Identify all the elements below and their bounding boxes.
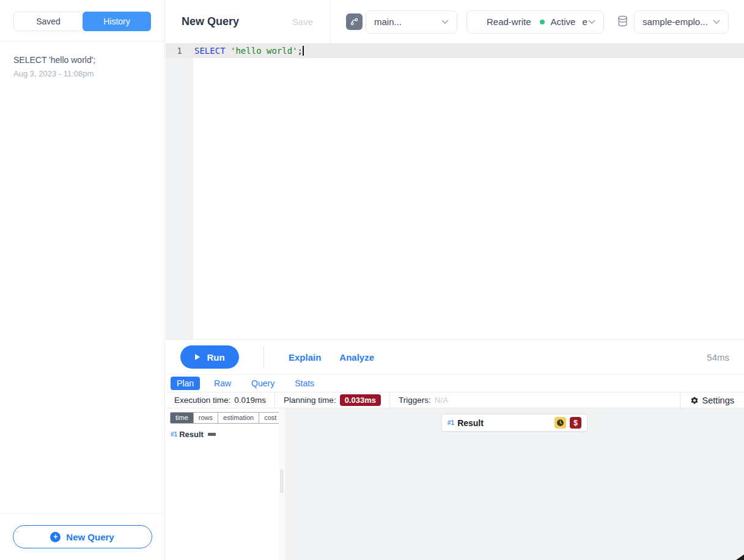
tab-stats[interactable]: Stats xyxy=(289,377,320,390)
tab-history[interactable]: History xyxy=(83,12,151,31)
run-button-label: Run xyxy=(207,352,224,363)
metric-tab-cost[interactable]: cost xyxy=(259,413,281,423)
settings-button[interactable]: Settings xyxy=(680,392,744,408)
query-workbench-app: Saved History SELECT 'hello world'; Aug … xyxy=(0,0,744,560)
history-timestamp: Aug 3, 2023 - 11:08pm xyxy=(13,69,151,78)
connection-mode-dropdown[interactable]: Read-write Active e xyxy=(466,10,604,34)
database-dropdown[interactable]: sample-emplo... xyxy=(634,10,729,34)
metric-tab-estimation[interactable]: estimation xyxy=(218,413,259,423)
text-cursor xyxy=(303,46,304,56)
node-name: Result xyxy=(457,418,484,428)
sidebar: Saved History SELECT 'hello world'; Aug … xyxy=(0,0,165,560)
triggers-label: Triggers: xyxy=(399,396,431,405)
clock-icon xyxy=(556,419,564,427)
page-title: New Query xyxy=(182,15,239,28)
plan-diagram-panel: #1 Result $ xyxy=(285,408,744,560)
settings-label: Settings xyxy=(702,396,734,405)
node-badges: $ xyxy=(554,417,581,429)
execution-time-value: 0.019ms xyxy=(234,396,266,405)
saved-history-segmented-control: Saved History xyxy=(13,12,151,31)
status-dot-icon xyxy=(540,20,545,24)
plan-area: time rows estimation cost #1 Result #1 R… xyxy=(166,408,744,560)
analyze-link[interactable]: Analyze xyxy=(339,352,374,363)
tab-saved[interactable]: Saved xyxy=(13,12,83,31)
chevron-down-icon xyxy=(713,20,720,24)
panel-splitter[interactable] xyxy=(279,408,285,560)
git-branch-icon xyxy=(350,17,359,26)
metric-tab-time[interactable]: time xyxy=(171,413,194,423)
main-pane: New Query Save main... Read-write xyxy=(166,0,744,560)
connection-extra-text: e xyxy=(582,17,587,27)
query-title-bar: New Query Save xyxy=(166,0,331,43)
sidebar-footer: + New Query xyxy=(0,513,164,560)
git-branch-icon-button[interactable] xyxy=(346,13,363,30)
play-icon xyxy=(194,353,201,361)
plan-diagram-node-result[interactable]: #1 Result $ xyxy=(441,414,587,432)
tab-plan[interactable]: Plan xyxy=(171,377,200,390)
node-index: #1 xyxy=(448,419,454,426)
results-tab-bar: Plan Raw Query Stats xyxy=(166,374,744,392)
chevron-down-icon xyxy=(588,20,595,24)
plan-tree-node-result[interactable]: #1 Result xyxy=(170,430,279,439)
time-badge xyxy=(554,417,566,429)
connection-mode-label: Read-write xyxy=(487,17,531,27)
node-name: Result xyxy=(179,430,204,439)
plan-tree-panel: time rows estimation cost #1 Result xyxy=(166,408,279,560)
branch-dropdown-value: main... xyxy=(374,17,402,27)
triggers-value: N/A xyxy=(435,396,449,405)
plan-stats-bar: Execution time: 0.019ms Planning time: 0… xyxy=(166,392,744,408)
gear-icon xyxy=(690,396,699,405)
database-cylinder-icon xyxy=(617,15,628,28)
main-header: New Query Save main... Read-write xyxy=(166,0,744,43)
dollar-icon: $ xyxy=(573,419,578,427)
sql-editor[interactable]: 1 SELECT 'hello world'; xyxy=(166,43,744,339)
line-number: 1 xyxy=(166,44,193,58)
connection-toolbar: main... Read-write Active e xyxy=(331,0,744,43)
plan-metric-tabs: time rows estimation cost xyxy=(170,412,282,424)
query-duration: 54ms xyxy=(707,352,729,363)
planning-time-stat: Planning time: 0.033ms xyxy=(275,392,390,408)
sidebar-header: Saved History xyxy=(0,0,164,42)
branch-dropdown[interactable]: main... xyxy=(366,10,457,34)
triggers-stat: Triggers: N/A xyxy=(390,392,457,408)
splitter-grip-icon xyxy=(281,470,283,493)
sql-semicolon: ; xyxy=(298,46,303,56)
sql-string: 'hello world' xyxy=(230,46,298,56)
code-line[interactable]: SELECT 'hello world'; xyxy=(194,44,304,58)
plus-icon: + xyxy=(50,532,61,542)
editor-gutter xyxy=(166,44,193,339)
divider xyxy=(263,346,264,368)
sql-keyword: SELECT xyxy=(194,46,230,56)
explain-link[interactable]: Explain xyxy=(289,352,321,363)
history-list-item[interactable]: SELECT 'hello world'; Aug 3, 2023 - 11:0… xyxy=(0,42,164,92)
node-index: #1 xyxy=(171,431,177,438)
database-dropdown-value: sample-emplo... xyxy=(643,17,708,27)
metric-tab-rows[interactable]: rows xyxy=(194,413,218,423)
new-query-button[interactable]: + New Query xyxy=(13,525,152,548)
save-button[interactable]: Save xyxy=(292,17,313,27)
tab-raw[interactable]: Raw xyxy=(208,377,237,390)
run-button[interactable]: Run xyxy=(180,345,239,369)
connection-status-label: Active xyxy=(551,17,576,27)
execution-time-stat: Execution time: 0.019ms xyxy=(166,392,275,408)
tab-query[interactable]: Query xyxy=(245,377,281,390)
run-bar: Run Explain Analyze 54ms xyxy=(166,339,744,374)
execution-time-label: Execution time: xyxy=(174,396,230,405)
chevron-down-icon xyxy=(441,20,449,24)
new-query-button-label: New Query xyxy=(66,532,114,542)
cost-badge: $ xyxy=(570,417,581,429)
planning-time-label: Planning time: xyxy=(284,396,336,405)
planning-time-badge: 0.033ms xyxy=(340,394,381,406)
node-metric-bar xyxy=(208,433,216,436)
history-query-text: SELECT 'hello world'; xyxy=(13,55,151,65)
